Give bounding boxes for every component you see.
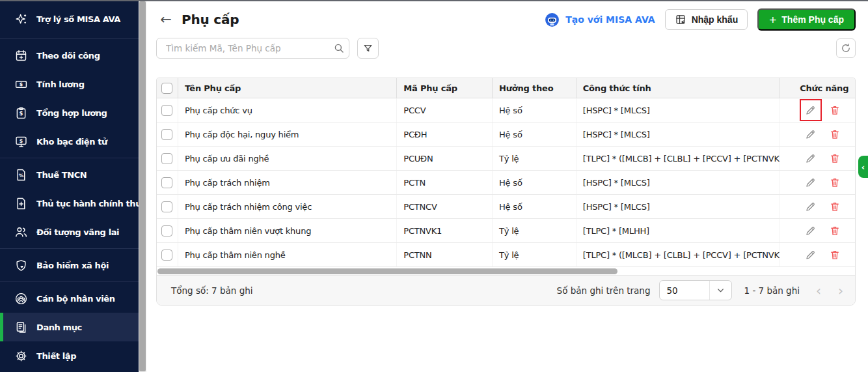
sidebar-item-thiet-lap[interactable]: Thiết lập <box>0 341 139 370</box>
row-checkbox[interactable] <box>161 250 172 261</box>
sparkle-icon <box>14 12 28 26</box>
allowance-name: Phụ cấp thâm niên vượt khung <box>178 219 397 242</box>
allowance-table: Tên Phụ cấp Mã Phụ cấp Hưởng theo Công t… <box>156 78 856 306</box>
edit-button[interactable] <box>800 123 822 145</box>
collapse-panel-button[interactable]: ‹ <box>858 156 868 178</box>
table-row[interactable]: Phụ cấp ưu đãi nghề PCUĐN Tỷ lệ [TLPC] *… <box>157 147 855 171</box>
sidebar-item-thue-tncn[interactable]: % Thuế TNCN <box>0 160 139 189</box>
row-checkbox[interactable] <box>161 177 172 188</box>
sidebar-item-label: Cán bộ nhân viên <box>36 294 115 304</box>
table-row[interactable]: Phụ cấp trách nhiệm PCTN Hệ số [HSPC] * … <box>157 171 855 195</box>
sidebar-item-label: Thủ tục hành chính thuế <box>36 199 139 208</box>
allowance-code: PCTNVK1 <box>397 219 493 242</box>
per-page-value: 50 <box>660 285 709 296</box>
pagination: Số bản ghi trên trang 50 1 - 7 bản ghi ‹… <box>557 280 843 300</box>
allowance-basis: Tỷ lệ <box>493 219 576 242</box>
edit-button[interactable] <box>800 171 822 193</box>
toolbar <box>156 38 856 59</box>
app-window: Trợ lý số MISA AVA Theo dõi công $ Tính … <box>0 0 868 372</box>
horizontal-scrollbar[interactable] <box>157 267 855 275</box>
select-all-checkbox[interactable] <box>161 83 172 94</box>
delete-button[interactable] <box>824 147 846 169</box>
delete-button[interactable] <box>824 171 846 193</box>
row-checkbox[interactable] <box>161 105 172 116</box>
allowance-formula: [HSPC] * [MLCS] <box>576 122 780 146</box>
search-input[interactable] <box>165 42 325 54</box>
per-page-label: Số bản ghi trên trang <box>557 285 651 296</box>
create-with-ava-button[interactable]: Tạo với MISA AVA <box>544 12 655 28</box>
documents-icon <box>14 320 28 334</box>
allowance-basis: Hệ số <box>493 122 576 146</box>
sidebar-item-can-bo[interactable]: Cán bộ nhân viên <box>0 284 139 313</box>
column-header-formula[interactable]: Công thức tính <box>576 78 780 98</box>
sidebar-item-bao-hiem[interactable]: Bảo hiểm xã hội <box>0 251 139 279</box>
allowance-code: PCĐH <box>397 122 493 146</box>
table-row[interactable]: Phụ cấp thâm niên vượt khung PCTNVK1 Tỷ … <box>157 219 855 243</box>
allowance-formula: [TLPC] * ([MLCB] + [CLBL] + [PCCV] + [PC… <box>576 147 780 170</box>
allowance-name: Phụ cấp trách nhiệm công việc <box>178 195 397 218</box>
sidebar-item-tinh-luong[interactable]: $ Tính lương <box>0 70 139 98</box>
delete-button[interactable] <box>824 123 846 145</box>
sidebar-divider <box>0 248 139 249</box>
import-button[interactable]: Nhập khẩu <box>665 9 748 30</box>
delete-button[interactable] <box>824 244 846 266</box>
filter-icon <box>362 43 373 54</box>
table-row[interactable]: Phụ cấp thâm niên nghề PCTNN Tỷ lệ [TLPC… <box>157 243 855 267</box>
svg-text:$: $ <box>19 137 22 143</box>
table-row[interactable]: Phụ cấp chức vụ PCCV Hệ số [HSPC] * [MLC… <box>157 98 855 122</box>
sidebar-item-label: Theo dõi công <box>36 51 100 61</box>
sidebar-item-theo-doi-cong[interactable]: Theo dõi công <box>0 41 139 70</box>
row-checkbox[interactable] <box>161 201 172 212</box>
allowance-code: PCUĐN <box>397 147 493 170</box>
table-row[interactable]: Phụ cấp trách nhiệm công việc PCTNCV Hệ … <box>157 195 855 219</box>
page-title: Phụ cấp <box>182 12 239 27</box>
add-allowance-button[interactable]: + Thêm Phụ cấp <box>757 8 856 31</box>
allowance-name: Phụ cấp ưu đãi nghề <box>178 147 397 170</box>
column-header-basis[interactable]: Hưởng theo <box>493 78 576 98</box>
ava-robot-icon <box>544 12 560 28</box>
column-header-name[interactable]: Tên Phụ cấp <box>178 78 397 98</box>
search-icon[interactable] <box>329 42 349 54</box>
refresh-button[interactable] <box>836 38 856 58</box>
filter-button[interactable] <box>357 38 379 59</box>
clipboard-dollar-icon: $ <box>14 106 28 120</box>
sidebar-scrollbar-thumb[interactable] <box>139 1 146 371</box>
delete-button[interactable] <box>824 195 846 218</box>
table-row[interactable]: Phụ cấp độc hại, nguy hiểm PCĐH Hệ số [H… <box>157 122 855 147</box>
sidebar-divider <box>0 38 139 39</box>
delete-button[interactable] <box>824 220 846 242</box>
row-checkbox[interactable] <box>161 225 172 236</box>
edit-button[interactable] <box>800 147 822 169</box>
row-checkbox[interactable] <box>161 153 172 164</box>
calendar-plus-icon <box>14 48 28 63</box>
import-label: Nhập khẩu <box>692 14 739 25</box>
sidebar-scrollbar[interactable] <box>139 1 146 372</box>
group-icon <box>14 291 28 306</box>
row-checkbox[interactable] <box>161 129 172 140</box>
sidebar-divider <box>0 158 139 158</box>
sidebar-item-label: Thiết lập <box>36 351 76 361</box>
horizontal-scrollbar-thumb[interactable] <box>157 268 617 274</box>
edit-button[interactable] <box>800 244 822 266</box>
sidebar-item-thu-tuc-hanh-chinh[interactable]: Thủ tục hành chính thuế <box>0 189 139 218</box>
edit-button[interactable] <box>800 220 822 242</box>
allowance-basis: Tỷ lệ <box>493 243 576 266</box>
people-icon <box>14 225 28 239</box>
sidebar-item-kho-bac[interactable]: $ Kho bạc điện tử <box>0 127 139 156</box>
previous-page-button[interactable]: ‹ <box>816 284 821 297</box>
sidebar-item-danh-muc[interactable]: Danh mục <box>0 313 139 341</box>
allowance-formula: [HSPC] * [MLCS] <box>576 195 780 218</box>
column-header-code[interactable]: Mã Phụ cấp <box>397 78 493 98</box>
sidebar-item-tong-hop-luong[interactable]: $ Tổng hợp lương <box>0 98 139 127</box>
delete-button[interactable] <box>824 99 846 121</box>
sidebar-item-tro-ly-so[interactable]: Trợ lý số MISA AVA <box>0 1 139 36</box>
per-page-select[interactable]: 50 <box>659 280 732 300</box>
sidebar-item-doi-tuong-vang-lai[interactable]: Đối tượng vãng lai <box>0 218 139 246</box>
next-page-button[interactable]: › <box>838 284 843 297</box>
banknote-icon: $ <box>14 77 28 91</box>
active-indicator <box>0 313 3 341</box>
edit-button-highlighted[interactable] <box>800 99 822 121</box>
edit-button[interactable] <box>800 195 822 218</box>
back-button[interactable]: ← <box>156 10 176 29</box>
sidebar-item-label: Tổng hợp lương <box>36 108 107 118</box>
